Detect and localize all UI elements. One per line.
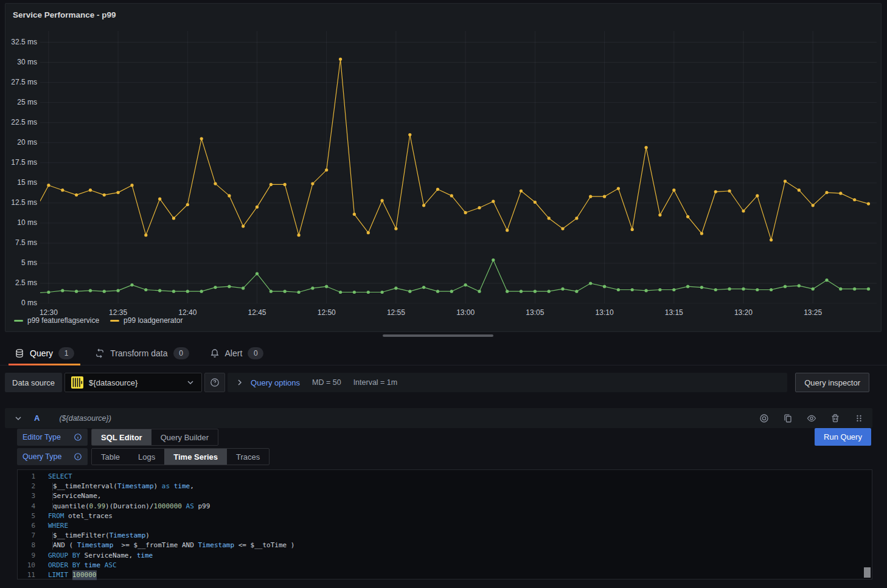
legend-series-swatch bbox=[110, 320, 119, 322]
code-line: 10ORDER BY time ASC bbox=[18, 561, 872, 570]
x-axis-label: 13:00 bbox=[447, 308, 484, 317]
x-axis-label: 12:30 bbox=[30, 308, 67, 317]
editor-type-sql-editor[interactable]: SQL Editor bbox=[92, 429, 151, 445]
code-line: 3ServiceName, bbox=[18, 491, 872, 501]
code-token: ) bbox=[145, 531, 150, 541]
y-axis-label: 20 ms bbox=[5, 138, 37, 147]
x-axis-label: 12:55 bbox=[378, 308, 414, 317]
query-inspector-button[interactable]: Query inspector bbox=[795, 373, 869, 392]
code-token: quantile( bbox=[53, 502, 89, 511]
y-axis-label: 25 ms bbox=[5, 98, 37, 106]
code-token: ) bbox=[154, 482, 162, 491]
x-axis-label: 13:25 bbox=[795, 308, 831, 317]
transform-icon bbox=[95, 348, 105, 358]
query-datasource-hint: (${datasource}) bbox=[59, 414, 111, 423]
indent-guide bbox=[52, 483, 53, 491]
line-number: 4 bbox=[18, 502, 35, 511]
tab-label: Alert bbox=[225, 348, 243, 358]
datasource-help-button[interactable] bbox=[204, 373, 225, 392]
code-token: FROM bbox=[48, 511, 64, 521]
tab-label: Query bbox=[30, 348, 53, 358]
code-token bbox=[80, 561, 85, 570]
x-axis-label: 13:20 bbox=[725, 308, 762, 317]
query-type-time-series[interactable]: Time Series bbox=[164, 449, 227, 465]
query-action-icons bbox=[759, 413, 864, 423]
trash-icon[interactable] bbox=[830, 413, 840, 423]
code-token: )(Duration)/ bbox=[105, 502, 153, 511]
query-options-interval: Interval = 1m bbox=[353, 378, 398, 387]
tab-count-badge: 0 bbox=[248, 347, 263, 359]
x-axis-label: 12:45 bbox=[239, 308, 276, 317]
line-number: 1 bbox=[18, 472, 35, 482]
record-icon[interactable] bbox=[759, 413, 769, 423]
code-token: >= $__fromTime AND bbox=[113, 541, 198, 550]
eye-icon[interactable] bbox=[807, 413, 816, 423]
timeseries-chart[interactable] bbox=[40, 31, 877, 303]
line-number: 11 bbox=[18, 570, 35, 580]
query-options-link[interactable]: Query options bbox=[251, 378, 300, 387]
code-token: , bbox=[190, 482, 194, 491]
line-number: 7 bbox=[18, 531, 35, 541]
legend-item[interactable]: p99 featureflagservice bbox=[14, 316, 99, 325]
query-type-chip: Query Type bbox=[17, 448, 88, 465]
tab-transform-data[interactable]: Transform data0 bbox=[89, 342, 195, 365]
tab-count-badge: 1 bbox=[58, 347, 74, 359]
code-token bbox=[68, 570, 72, 580]
datasource-picker[interactable]: ${datasource} bbox=[64, 373, 202, 392]
run-query-button[interactable]: Run Query bbox=[815, 428, 871, 446]
code-token: ServiceName, bbox=[80, 551, 137, 561]
query-type-table[interactable]: Table bbox=[92, 449, 129, 465]
y-axis-label: 27.5 ms bbox=[5, 78, 37, 86]
code-token: Timestamp bbox=[110, 531, 146, 541]
info-icon[interactable] bbox=[74, 452, 82, 461]
legend-series-swatch bbox=[14, 320, 23, 322]
tab-query[interactable]: Query1 bbox=[9, 342, 80, 365]
query-type-traces[interactable]: Traces bbox=[227, 449, 269, 465]
code-line: 4quantile(0.99)(Duration)/1000000 AS p99 bbox=[18, 502, 872, 511]
tab-alert[interactable]: Alert0 bbox=[204, 342, 270, 365]
database-icon bbox=[15, 348, 24, 358]
horizontal-scrollbar-thumb[interactable] bbox=[383, 334, 493, 337]
query-row-header[interactable]: A (${datasource}) bbox=[5, 408, 872, 428]
info-icon[interactable] bbox=[74, 433, 82, 441]
indent-guide bbox=[52, 532, 53, 540]
line-number: 3 bbox=[18, 491, 35, 501]
x-axis-label: 13:05 bbox=[517, 308, 553, 317]
code-token: ORDER BY bbox=[48, 561, 80, 570]
code-line: 1SELECT bbox=[18, 472, 872, 482]
query-type-logs[interactable]: Logs bbox=[129, 449, 164, 465]
datasource-label: Data source bbox=[5, 373, 62, 392]
datasource-logo-icon bbox=[71, 376, 83, 389]
legend-item[interactable]: p99 loadgenerator bbox=[110, 316, 183, 325]
panel-editor-tabbar: Query1Transform data0Alert0 bbox=[0, 342, 887, 365]
code-line: 9GROUP BY ServiceName, time bbox=[18, 551, 872, 561]
collapse-chevron-icon[interactable] bbox=[13, 413, 23, 423]
x-axis-label: 13:10 bbox=[586, 308, 623, 317]
line-number: 5 bbox=[18, 511, 35, 521]
code-token: time bbox=[137, 551, 153, 561]
code-line: 5FROM otel_traces bbox=[18, 511, 872, 521]
bell-icon bbox=[210, 348, 220, 358]
code-token: Timestamp bbox=[117, 482, 154, 491]
query-type-label: Query Type bbox=[23, 452, 61, 461]
plot-area[interactable] bbox=[40, 31, 877, 303]
code-token bbox=[182, 502, 186, 511]
code-line: 7$__timeFilter(Timestamp) bbox=[18, 531, 872, 541]
code-token: Timestamp bbox=[77, 541, 114, 550]
code-token: 0.99 bbox=[89, 502, 106, 511]
drag-handle-icon[interactable] bbox=[854, 413, 864, 423]
editor-type-query-builder[interactable]: Query Builder bbox=[151, 429, 218, 445]
active-tab-indicator bbox=[9, 364, 80, 365]
line-number: 8 bbox=[18, 541, 35, 550]
editor-scrollbar-thumb[interactable] bbox=[864, 567, 871, 578]
editor-type-label: Editor Type bbox=[23, 433, 61, 441]
code-token: otel_traces bbox=[64, 511, 113, 521]
legend-series-label: p99 loadgenerator bbox=[123, 316, 183, 325]
indent-guide bbox=[52, 493, 53, 500]
code-token: LIMIT bbox=[48, 570, 68, 580]
code-token: AND ( bbox=[53, 541, 77, 550]
query-options-bar: Query options MD = 50 Interval = 1m bbox=[228, 373, 787, 392]
copy-icon[interactable] bbox=[783, 413, 793, 423]
sql-code-editor[interactable]: 1SELECT2$__timeInterval(Timestamp) as ti… bbox=[17, 469, 872, 579]
x-axis-label: 13:15 bbox=[656, 308, 692, 317]
